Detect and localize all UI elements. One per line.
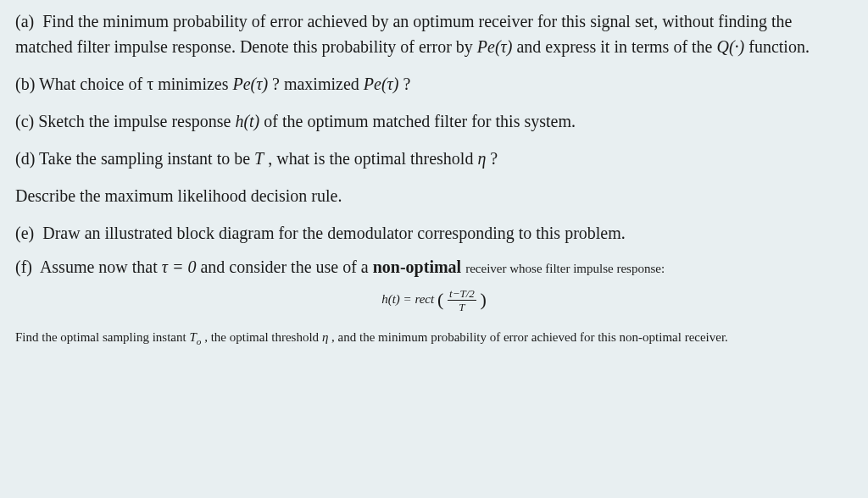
part-b: (b) What choice of τ minimizes Pe(τ) ? m… <box>15 71 853 97</box>
non-optimal-bold: non-optimal <box>373 257 461 276</box>
pe-tau-symbol: Pe(τ) <box>364 75 399 93</box>
f2-text2: , the optimal threshold <box>204 330 322 344</box>
part-d: (d) Take the sampling instant to be T , … <box>15 146 853 171</box>
part-c-text1: Sketch the impulse response <box>38 112 235 130</box>
capital-t-symbol: T <box>254 149 264 168</box>
fraction-denominator: T <box>448 301 476 313</box>
tau-zero-symbol: τ = 0 <box>162 257 197 276</box>
part-d-continuation: Describe the maximum likelihood decision… <box>15 183 853 208</box>
f2-text3: , and the minimum probability of error a… <box>331 330 728 344</box>
part-b-label: (b) <box>15 75 35 93</box>
pe-tau-symbol: Pe(τ) <box>477 37 513 56</box>
t-sub-o-symbol: To <box>189 330 201 344</box>
h-t-symbol: h(t) <box>235 112 259 130</box>
part-d-label: (d) <box>15 149 35 168</box>
equation-lhs: h(t) = rect <box>381 292 437 306</box>
part-f-continuation: Find the optimal sampling instant To , t… <box>15 324 853 351</box>
part-a-text3: function. <box>748 37 810 56</box>
part-f-text1: Assume now that <box>40 257 162 276</box>
part-f-text2: and consider the use of a <box>200 257 372 276</box>
pe-tau-symbol: Pe(τ) <box>232 75 268 93</box>
part-e: (e) Draw an illustrated block diagram fo… <box>15 220 853 246</box>
part-f: (f) Assume now that τ = 0 and consider t… <box>15 254 853 279</box>
part-f-text3: receiver whose filter impulse response: <box>465 262 665 275</box>
part-b-text1: What choice of τ minimizes <box>39 75 233 93</box>
part-d-text2: , what is the optimal threshold <box>268 149 477 168</box>
part-c: (c) Sketch the impulse response h(t) of … <box>15 108 853 134</box>
part-e-text: Draw an illustrated block diagram for th… <box>42 224 626 242</box>
part-d-text1: Take the sampling instant to be <box>39 149 254 168</box>
fraction-numerator: t−T/2 <box>448 288 476 301</box>
part-c-text2: of the optimum matched filter for this s… <box>264 112 576 130</box>
part-a-text2: and express it in terms of the <box>516 37 716 56</box>
fraction: t−T/2 T <box>448 288 476 313</box>
part-d2-text: Describe the maximum likelihood decision… <box>15 186 342 205</box>
f2-text1: Find the optimal sampling instant <box>15 330 189 344</box>
part-d-text3: ? <box>490 149 498 168</box>
eta-symbol: η <box>322 330 328 344</box>
part-a-label: (a) <box>15 12 34 30</box>
q-function-symbol: Q(·) <box>717 37 745 56</box>
equation-h-t: h(t) = rect ( t−T/2 T ) <box>15 286 853 314</box>
part-b-text3: ? <box>403 75 410 93</box>
part-b-text2: ? maximized <box>272 75 364 93</box>
eta-symbol: η <box>477 149 486 168</box>
left-paren-icon: ( <box>437 285 443 313</box>
part-f-label: (f) <box>15 257 32 276</box>
part-c-label: (c) <box>15 112 34 130</box>
right-paren-icon: ) <box>481 285 487 313</box>
part-e-label: (e) <box>15 224 34 242</box>
part-a: (a) Find the minimum probability of erro… <box>15 8 853 59</box>
